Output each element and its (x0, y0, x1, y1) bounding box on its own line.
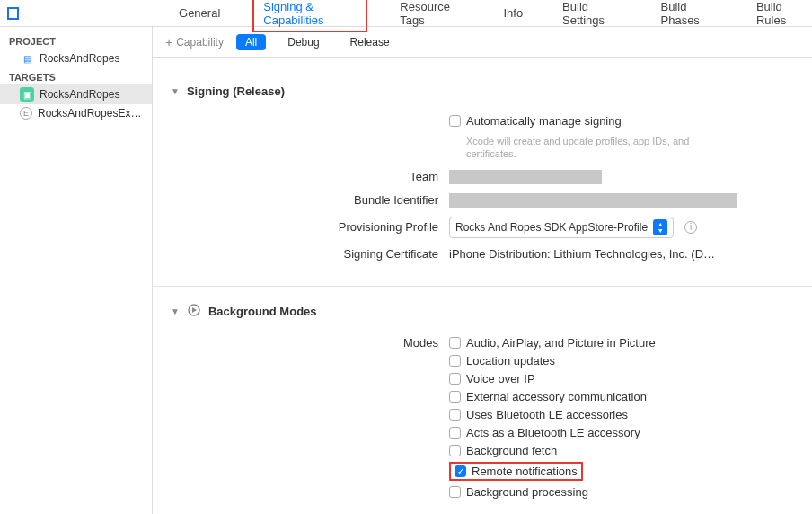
mode-row: Uses Bluetooth LE accessories (449, 408, 656, 421)
background-modes-header[interactable]: ▼ Background Modes (171, 303, 794, 320)
content-area: ▼ Signing (Release) Automatically manage… (153, 58, 812, 514)
mode-row: Background fetch (449, 444, 656, 457)
plus-icon: + (165, 35, 172, 49)
mode-label: Background processing (466, 485, 588, 499)
filter-release[interactable]: Release (341, 34, 399, 50)
mode-row: Audio, AirPlay, and Picture in Picture (449, 336, 656, 350)
mode-checkbox[interactable] (449, 486, 461, 498)
filter-all[interactable]: All (236, 34, 266, 50)
mode-checkbox[interactable] (449, 409, 461, 421)
background-modes-section: ▼ Background Modes Modes Audio, AirPlay,… (171, 303, 794, 499)
auto-manage-signing-checkbox[interactable] (449, 115, 461, 127)
mode-row: Location updates (449, 354, 656, 368)
bundle-id-label: Bundle Identifier (171, 193, 449, 207)
mode-checkbox[interactable] (449, 427, 461, 439)
disclosure-triangle-icon: ▼ (171, 86, 180, 96)
provisioning-profile-select[interactable]: Rocks And Ropes SDK AppStore-Profile ▲▼ (449, 217, 674, 238)
auto-manage-signing-label: Automatically manage signing (466, 114, 622, 128)
sidebar-project-name: RocksAndRopes (40, 52, 119, 65)
mode-row: Background processing (449, 485, 656, 499)
top-tabs-bar: General Signing & Capabilities Resource … (0, 0, 812, 27)
mode-checkbox[interactable] (449, 445, 461, 456)
info-icon[interactable]: i (684, 221, 697, 234)
app-target-icon: ▣ (20, 87, 34, 102)
mode-label: Voice over IP (466, 372, 535, 386)
auto-manage-signing-hint: Xcode will create and update profiles, a… (466, 135, 736, 161)
mode-label: External accessory communication (466, 390, 647, 403)
modes-label: Modes (171, 336, 449, 350)
mode-label: Acts as a Bluetooth LE accessory (466, 426, 640, 439)
sidebar-target-app-name: RocksAndRopes (40, 88, 119, 101)
add-capability-button[interactable]: + Capability (165, 35, 224, 49)
mode-checkbox[interactable]: ✓ (455, 465, 466, 477)
mode-checkbox[interactable] (449, 391, 461, 403)
tab-info[interactable]: Info (496, 1, 530, 25)
bundle-id-value-redacted (449, 193, 737, 208)
mode-label: Location updates (466, 354, 555, 368)
provisioning-profile-label: Provisioning Profile (171, 220, 449, 234)
mode-label: Audio, AirPlay, and Picture in Picture (466, 336, 656, 350)
tab-general[interactable]: General (172, 1, 227, 25)
select-arrows-icon: ▲▼ (653, 219, 667, 235)
mode-checkbox[interactable] (449, 337, 461, 349)
extension-target-icon: E (20, 107, 32, 120)
sidebar-project-label: PROJECT (0, 32, 152, 49)
mode-checkbox[interactable] (449, 355, 461, 367)
filter-debug[interactable]: Debug (278, 34, 328, 50)
signing-title: Signing (Release) (187, 84, 285, 98)
signing-certificate-label: Signing Certificate (171, 247, 449, 261)
sidebar: PROJECT ▤ RocksAndRopes TARGETS ▣ RocksA… (0, 27, 153, 514)
team-value-redacted (449, 170, 602, 184)
provisioning-profile-value: Rocks And Ropes SDK AppStore-Profile (455, 221, 648, 234)
mode-label: Background fetch (466, 444, 557, 457)
sidebar-targets-label: TARGETS (0, 68, 152, 84)
mode-label: Remote notifications (472, 465, 578, 478)
team-label: Team (171, 170, 449, 183)
signing-section-header[interactable]: ▼ Signing (Release) (171, 84, 794, 98)
disclosure-triangle-icon: ▼ (171, 306, 180, 316)
filter-bar: + Capability All Debug Release (153, 27, 812, 58)
document-icon: ▤ (20, 51, 34, 66)
sidebar-target-ext-name: RocksAndRopesEx… (38, 107, 141, 120)
mode-checkbox[interactable] (449, 373, 461, 385)
sidebar-target-extension[interactable]: E RocksAndRopesEx… (0, 104, 152, 122)
signing-certificate-value: iPhone Distribution: Lithium Technologie… (449, 247, 715, 261)
project-icon (7, 7, 19, 20)
mode-label: Uses Bluetooth LE accessories (466, 408, 628, 421)
background-modes-icon (187, 303, 201, 320)
sidebar-project-item[interactable]: ▤ RocksAndRopes (0, 49, 152, 68)
mode-row: External accessory communication (449, 390, 656, 403)
sidebar-target-app[interactable]: ▣ RocksAndRopes (0, 84, 152, 104)
section-divider (153, 286, 812, 287)
mode-row: Voice over IP (449, 372, 656, 386)
signing-section: ▼ Signing (Release) Automatically manage… (171, 84, 794, 261)
background-modes-title: Background Modes (208, 305, 317, 318)
mode-row: Acts as a Bluetooth LE accessory (449, 426, 656, 439)
mode-row: ✓Remote notifications (449, 462, 583, 481)
add-capability-label: Capability (176, 36, 224, 49)
